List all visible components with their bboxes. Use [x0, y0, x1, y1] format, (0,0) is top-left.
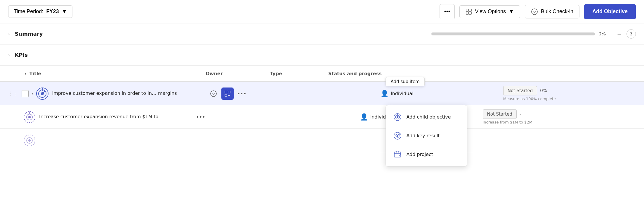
svg-point-35 [28, 139, 31, 142]
col-header-status: Status and progress [328, 71, 636, 76]
table-row: Increase customer expansion revenue from… [0, 105, 644, 129]
time-period-button[interactable]: Time Period: FY23 ▼ [8, 5, 72, 18]
status-note: Measure as 100% complete [503, 97, 636, 101]
kpis-section: › KPIs [0, 44, 644, 66]
row2-actions: ••• [195, 111, 207, 123]
summary-section: › Summary 0% − ? [0, 23, 644, 44]
menu-add-child-objective[interactable]: Add child objective [386, 108, 467, 126]
kpis-title: KPIs [15, 52, 28, 58]
svg-rect-1 [469, 9, 471, 11]
view-options-chevron: ▼ [509, 8, 514, 15]
status-pct: 0% [540, 88, 547, 93]
add-sub-item-tooltip: Add sub item [386, 77, 424, 86]
row2-status-note: Increase from $1M to $2M [483, 120, 636, 124]
view-options-button[interactable]: View Options ▼ [459, 5, 520, 18]
row-more-dots-icon: ••• [237, 90, 246, 97]
svg-point-4 [532, 9, 537, 15]
partial-row-icon [23, 134, 36, 147]
svg-rect-3 [469, 12, 471, 14]
key-result-row-icon [23, 111, 36, 123]
svg-rect-13 [225, 94, 227, 96]
drag-handle-icon[interactable]: ⋮⋮ [8, 90, 19, 97]
summary-chevron[interactable]: › [8, 31, 10, 37]
menu-add-child-label: Add child objective [406, 114, 451, 120]
chevron-down-icon: ▼ [62, 8, 67, 15]
row-owner-text: Individual [391, 91, 414, 96]
col-header-title: › Title [25, 71, 206, 76]
table-header: › Title Owner Type Status and progress [0, 66, 644, 82]
row2-status-cell: Not Started - Increase from $1M to $2M [483, 109, 636, 124]
row2-more-button[interactable]: ••• [195, 111, 207, 123]
more-dots-icon: ••• [444, 8, 450, 15]
kpis-chevron[interactable]: › [8, 52, 10, 58]
col-header-owner: Owner [206, 71, 270, 76]
summary-actions: − ? [615, 29, 636, 39]
time-period-label: Time Period: [14, 8, 43, 15]
context-menu: Add child objective Add key result [386, 105, 467, 167]
menu-add-key-result[interactable]: Add key result [386, 126, 467, 145]
menu-add-project-label: Add project [406, 152, 433, 157]
row-more-button[interactable]: ••• [235, 88, 248, 100]
add-objective-label: Add Objective [592, 8, 628, 15]
svg-point-31 [28, 116, 31, 118]
row2-title-text: Increase customer expansion revenue from… [39, 114, 191, 120]
menu-add-project[interactable]: Add project [386, 145, 467, 164]
key-result-icon [393, 131, 402, 140]
summary-progress-pct: 0% [598, 31, 610, 37]
row2-status-pct: - [520, 112, 521, 117]
more-options-button[interactable]: ••• [440, 4, 455, 19]
row-owner-cell: 👤 Individual [381, 90, 445, 97]
status-row: Not Started 0% [503, 86, 636, 95]
status-badge: Not Started [503, 86, 537, 95]
summary-progress-area: 0% [431, 31, 610, 37]
project-icon [393, 150, 402, 159]
top-bar: Time Period: FY23 ▼ ••• View Options ▼ [0, 0, 644, 23]
child-objective-icon [393, 112, 402, 122]
summary-collapse-button[interactable]: − [615, 30, 624, 37]
title-chevron: › [25, 71, 27, 76]
svg-rect-12 [228, 91, 230, 93]
top-bar-actions: ••• View Options ▼ Bulk Check-in Add Obj… [440, 4, 636, 19]
row2-title-cell: Increase customer expansion revenue from… [39, 114, 191, 120]
table-row: ⋮⋮ › Improve customer expansion in order… [0, 82, 644, 105]
row-actions: Add sub item ••• [207, 88, 248, 100]
add-objective-button[interactable]: Add Objective [584, 4, 636, 19]
svg-rect-11 [225, 91, 227, 93]
bulk-checkin-label: Bulk Check-in [541, 8, 573, 15]
row2-status-badge: Not Started [483, 109, 517, 119]
svg-point-10 [211, 91, 216, 97]
summary-title: Summary [15, 31, 43, 37]
row-title-cell: Improve customer expansion in order to i… [52, 90, 204, 97]
svg-rect-0 [466, 9, 468, 11]
summary-help-button[interactable]: ? [626, 29, 636, 39]
summary-progress-bar [431, 32, 595, 35]
time-period-value: FY23 [46, 8, 59, 15]
col-header-type: Type [270, 71, 328, 76]
menu-add-key-result-label: Add key result [406, 133, 440, 138]
objective-icon [36, 88, 48, 100]
bulk-checkin-button[interactable]: Bulk Check-in [525, 5, 579, 18]
row-status-cell: Not Started 0% Measure as 100% complete [503, 86, 636, 101]
svg-rect-2 [466, 12, 468, 14]
table-row-partial [0, 129, 644, 152]
checkin-action-button[interactable] [207, 88, 220, 100]
row-checkbox[interactable] [22, 90, 29, 97]
add-sub-item-button[interactable] [221, 88, 234, 100]
grid-icon [466, 8, 472, 15]
row2-status-row: Not Started - [483, 109, 636, 119]
svg-rect-23 [394, 152, 401, 157]
row-expand-icon[interactable]: › [32, 91, 33, 96]
view-options-label: View Options [475, 8, 506, 15]
person-icon: 👤 [360, 113, 368, 121]
person-icon: 👤 [381, 90, 388, 97]
checkcircle-icon [531, 8, 538, 15]
row-title-text: Improve customer expansion in order to i… [52, 90, 204, 97]
row2-more-dots-icon: ••• [196, 114, 205, 120]
